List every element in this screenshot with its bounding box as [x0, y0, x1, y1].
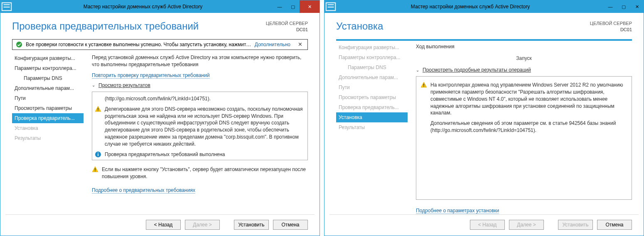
- maximize-button[interactable]: ▢: [286, 0, 300, 13]
- nav-dns-options[interactable]: Параметры DNS: [12, 73, 84, 83]
- minimize-button[interactable]: —: [273, 0, 286, 13]
- target-server: ЦЕЛЕВОЙ СЕРВЕР DC01: [590, 20, 632, 33]
- nav-installation[interactable]: Установка: [336, 112, 408, 122]
- results-section-header[interactable]: ⌄ Просмотр результатов: [92, 82, 308, 88]
- window-title: Мастер настройки доменных служб Active D…: [13, 4, 273, 10]
- install-button: Установить: [558, 220, 593, 230]
- progress-bar: [336, 39, 632, 41]
- result-line-url: (http://go.microsoft.com/fwlink/?LinkId=…: [105, 95, 211, 102]
- titlebar[interactable]: Мастер настройки доменных служб Active D…: [324, 0, 644, 13]
- learn-more-link[interactable]: Подробнее о предварительных требованиях: [92, 187, 195, 194]
- progress-label: Ход выполнения: [416, 43, 632, 50]
- nav-review-options[interactable]: Просмотреть параметры: [12, 103, 84, 113]
- wizard-nav: Конфигурация разверты... Параметры контр…: [336, 42, 408, 214]
- status-banner: Все проверки готовности к установке выпо…: [12, 39, 308, 50]
- ok-icon: [16, 41, 22, 48]
- result-line-dns-delegation: Делегирование для этого DNS-сервера нево…: [105, 106, 305, 148]
- nav-dc-options: Параметры контроллера...: [336, 52, 408, 62]
- warn-icon: [92, 166, 98, 173]
- wizard-footer: < Назад Далее > Установить Отмена: [329, 214, 639, 236]
- install-warning: Если вы нажмете кнопку "Установить", сер…: [92, 164, 308, 180]
- wizard-window-install: Мастер настройки доменных служб Active D…: [324, 0, 644, 236]
- wizard-footer: < Назад Далее > Установить Отмена: [5, 214, 315, 236]
- nav-installation: Установка: [12, 123, 84, 133]
- retry-prereq-link[interactable]: Повторить проверку предварительных требо…: [92, 72, 210, 79]
- page-title: Установка: [336, 20, 383, 32]
- result-line-prereq-done: Проверка предварительных требований выпо…: [105, 151, 225, 158]
- close-button[interactable]: ✕: [300, 0, 320, 13]
- nav-results: Результаты: [12, 133, 84, 143]
- nav-paths: Пути: [336, 82, 408, 92]
- learn-more-link[interactable]: Подробнее о параметрах установки: [416, 208, 499, 214]
- warn-icon: [95, 106, 101, 112]
- nav-dc-options[interactable]: Параметры контроллера...: [12, 63, 84, 73]
- nav-deployment-config[interactable]: Конфигурация разверты...: [12, 53, 84, 63]
- window-title: Мастер настройки доменных служб Active D…: [337, 4, 604, 10]
- results-box[interactable]: На контроллерах домена под управлением W…: [416, 76, 632, 199]
- nav-prereq-check: Проверка предваритель...: [336, 102, 408, 112]
- minimize-button[interactable]: —: [604, 0, 617, 13]
- warn-icon: [420, 82, 427, 88]
- nav-paths[interactable]: Пути: [12, 93, 84, 103]
- close-button[interactable]: ✕: [630, 0, 644, 13]
- results-box[interactable]: (http://go.microsoft.com/fwlink/?LinkId=…: [92, 92, 308, 160]
- cancel-button[interactable]: Отмена: [597, 220, 632, 230]
- banner-close-icon[interactable]: ✕: [296, 41, 304, 47]
- banner-text: Все проверки готовности к установке выпо…: [26, 42, 251, 47]
- info-icon: [95, 151, 101, 158]
- nav-additional-options: Дополнительные парам...: [336, 72, 408, 82]
- app-icon: [0, 0, 13, 13]
- cancel-button[interactable]: Отмена: [273, 220, 308, 230]
- install-msg-nt4: На контроллерах домена под управлением W…: [430, 82, 627, 117]
- nav-additional-options[interactable]: Дополнительные парам...: [12, 83, 84, 93]
- banner-more-link[interactable]: Дополнительно: [255, 42, 293, 47]
- target-server: ЦЕЛЕВОЙ СЕРВЕР DC01: [266, 20, 308, 33]
- nav-prereq-check[interactable]: Проверка предваритель...: [12, 113, 84, 123]
- next-button: Далее >: [185, 220, 220, 230]
- wizard-window-prereq: Мастер настройки доменных служб Active D…: [0, 0, 320, 236]
- nav-review-options: Просмотреть параметры: [336, 92, 408, 102]
- app-icon: [324, 0, 337, 13]
- chevron-up-icon: ⌄: [92, 83, 97, 87]
- maximize-button[interactable]: ▢: [617, 0, 630, 13]
- install-button[interactable]: Установить: [234, 220, 269, 230]
- nav-results: Результаты: [336, 122, 408, 132]
- progress-status: Запуск: [516, 55, 532, 61]
- wizard-nav: Конфигурация разверты... Параметры контр…: [12, 53, 84, 214]
- nav-deployment-config: Конфигурация разверты...: [336, 42, 408, 52]
- install-msg-kb: Дополнительные сведения об этом параметр…: [430, 120, 627, 134]
- intro-text: Перед установкой доменных служб Active D…: [92, 54, 308, 69]
- back-button: < Назад: [470, 220, 505, 230]
- nav-dns-options: Параметры DNS: [336, 62, 408, 72]
- titlebar[interactable]: Мастер настройки доменных служб Active D…: [0, 0, 320, 13]
- page-title: Проверка предварительных требований: [12, 20, 199, 32]
- results-section-header[interactable]: ⌄ Просмотреть подробные результаты опера…: [416, 67, 632, 73]
- chevron-up-icon: ⌄: [416, 68, 421, 72]
- back-button[interactable]: < Назад: [146, 220, 181, 230]
- next-button: Далее >: [509, 220, 544, 230]
